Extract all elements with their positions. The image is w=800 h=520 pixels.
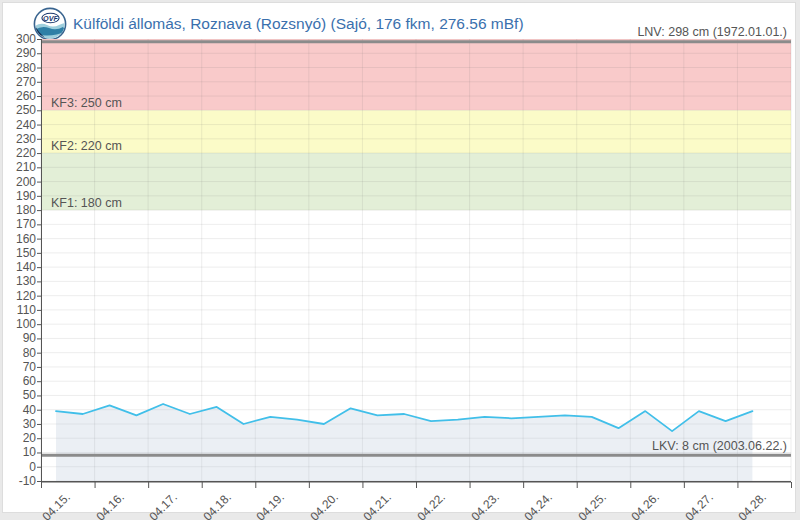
y-tick-label: 290 <box>3 46 36 60</box>
y-tick-label: 60 <box>3 374 36 388</box>
y-tick-label: 40 <box>3 403 36 417</box>
y-tick-label: 100 <box>3 317 36 331</box>
y-tick-label: 280 <box>3 61 36 75</box>
page-title: Külföldi állomás, Roznava (Rozsnyó) (Saj… <box>73 7 524 41</box>
ovf-logo-text: OVF <box>43 14 58 23</box>
lkv-label: LKV: 8 cm (2003.06.22.) <box>652 439 787 453</box>
y-tick-label: 120 <box>3 289 36 303</box>
y-tick-label: 70 <box>3 360 36 374</box>
y-tick-label: 130 <box>3 274 36 288</box>
y-tick-label: 210 <box>3 160 36 174</box>
band-label-kf3: KF3: 250 cm <box>51 96 122 110</box>
y-tick-label: 80 <box>3 346 36 360</box>
y-tick-label: 140 <box>3 260 36 274</box>
y-tick-label: 200 <box>3 175 36 189</box>
y-tick-label: 160 <box>3 232 36 246</box>
y-tick-label: 270 <box>3 75 36 89</box>
y-tick-label: 30 <box>3 417 36 431</box>
y-tick-label: 20 <box>3 431 36 445</box>
y-tick-label: 250 <box>3 103 36 117</box>
y-tick-label: 240 <box>3 118 36 132</box>
band-label-kf2: KF2: 220 cm <box>51 139 122 153</box>
y-tick-label: -10 <box>3 474 36 488</box>
y-tick-label: 300 <box>3 32 36 46</box>
y-tick-label: 0 <box>3 460 36 474</box>
ovf-logo-icon: OVF <box>33 7 67 41</box>
y-tick-label: 110 <box>3 303 36 317</box>
y-tick-label: 10 <box>3 445 36 459</box>
y-tick-label: 90 <box>3 331 36 345</box>
y-tick-label: 220 <box>3 146 36 160</box>
y-tick-label: 50 <box>3 388 36 402</box>
lnv-label: LNV: 298 cm (1972.01.01.) <box>637 25 787 39</box>
y-tick-label: 230 <box>3 132 36 146</box>
y-tick-label: 260 <box>3 89 36 103</box>
y-tick-label: 190 <box>3 189 36 203</box>
band-label-kf1: KF1: 180 cm <box>51 196 122 210</box>
chart-card: OVF Külföldi állomás, Roznava (Rozsnyó) … <box>2 2 796 513</box>
plot-area[interactable] <box>35 39 797 497</box>
y-tick-label: 170 <box>3 217 36 231</box>
y-tick-label: 180 <box>3 203 36 217</box>
series-area <box>56 404 752 481</box>
y-tick-label: 150 <box>3 246 36 260</box>
